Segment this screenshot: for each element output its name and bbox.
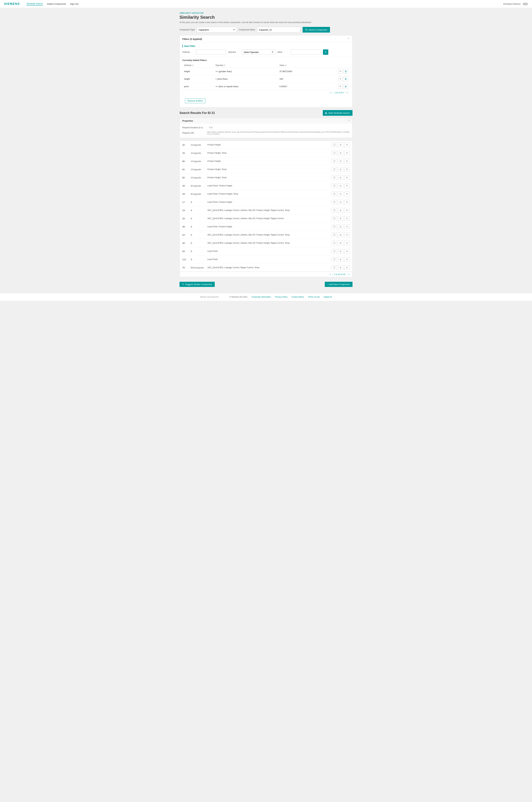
- result-id: 112: [182, 258, 191, 261]
- result-copy-button[interactable]: ⎘: [338, 232, 343, 237]
- result-row: 82 A/Upgrade Product Height, Temp ⓘ ⎘ ✎: [180, 173, 352, 182]
- result-info-button[interactable]: ⓘ: [331, 249, 337, 253]
- attribute-input[interactable]: [196, 50, 226, 55]
- result-copy-button[interactable]: ⎘: [338, 257, 343, 262]
- value-input[interactable]: [291, 50, 321, 55]
- nav-similarity-search[interactable]: Similarity Search: [26, 2, 43, 5]
- result-copy-button[interactable]: ⎘: [338, 159, 343, 164]
- component-name-input[interactable]: [257, 27, 301, 33]
- result-info-button[interactable]: ⓘ: [331, 175, 337, 180]
- filters-page-last[interactable]: »: [347, 92, 348, 94]
- component-type-select[interactable]: Capacitors: [197, 27, 237, 33]
- start-similarity-search-button[interactable]: ▶ Start Similarity Search: [323, 110, 353, 116]
- new-filter-section: New Filter Attribute Operator Select Ope…: [180, 43, 352, 57]
- result-info-button[interactable]: ⓘ: [331, 200, 337, 205]
- results-page-last[interactable]: »: [348, 273, 350, 275]
- page-description: At this point, you can create a new sear…: [179, 21, 353, 23]
- result-copy-button[interactable]: ⎘: [338, 192, 343, 196]
- filters-pagination: « ‹ 1 to 3 of 3 › »: [182, 90, 350, 95]
- results-page-prev[interactable]: ‹: [332, 273, 333, 275]
- result-info-button[interactable]: ⓘ: [331, 257, 337, 262]
- result-copy-button[interactable]: ⎘: [338, 167, 343, 172]
- result-info-button[interactable]: ⓘ: [331, 265, 337, 270]
- result-edit-button[interactable]: ✎: [344, 265, 350, 270]
- footer-dev-label: Mendix development: [200, 296, 218, 298]
- edit-filter-button[interactable]: ✎: [338, 84, 343, 89]
- edit-filter-button[interactable]: ✎: [338, 69, 343, 74]
- result-info-button[interactable]: ⓘ: [331, 159, 337, 164]
- result-copy-button[interactable]: ⎘: [338, 142, 343, 147]
- result-copy-button[interactable]: ⎘: [338, 151, 343, 155]
- result-info-button[interactable]: ⓘ: [331, 167, 337, 172]
- results-page-first[interactable]: «: [330, 273, 331, 275]
- result-edit-button[interactable]: ✎: [344, 151, 350, 155]
- result-edit-button[interactable]: ✎: [344, 241, 350, 245]
- delete-filter-button[interactable]: 🗑: [343, 84, 348, 89]
- result-edit-button[interactable]: ✎: [344, 192, 350, 196]
- footer-link-privacy[interactable]: Privacy Policy: [275, 296, 287, 298]
- result-row: 33 A/Upgrade Product Height, Temp ⓘ ⎘ ✎: [180, 149, 352, 157]
- filters-page-first[interactable]: «: [330, 92, 331, 94]
- result-attributes: Product Height: [207, 144, 331, 146]
- search-component-button[interactable]: Search Component: [303, 27, 330, 33]
- result-copy-button[interactable]: ⎘: [338, 175, 343, 180]
- result-info-button[interactable]: ⓘ: [331, 151, 337, 155]
- result-info-button[interactable]: ⓘ: [331, 208, 337, 213]
- result-copy-button[interactable]: ⎘: [338, 184, 343, 188]
- result-row: 20 B AEC_QUALIFIED, Leakage Current, Lif…: [180, 214, 352, 223]
- result-info-button[interactable]: ⓘ: [331, 216, 337, 221]
- nav-added-components[interactable]: Added Components: [47, 3, 66, 5]
- add-new-component-button[interactable]: + Add New Component: [325, 282, 353, 287]
- result-copy-button[interactable]: ⎘: [338, 241, 343, 245]
- filters-header[interactable]: Filters (3 Applied) ⌃: [180, 35, 352, 43]
- result-edit-button[interactable]: ✎: [344, 167, 350, 172]
- request-url-label: Request URL: [182, 132, 207, 134]
- result-attributes: Lead Finish, Product Height, Temp: [207, 193, 331, 195]
- footer-link-corporate[interactable]: Corporate Information: [251, 296, 271, 298]
- remove-all-filters-button[interactable]: Remove all filters: [185, 98, 205, 103]
- result-copy-button[interactable]: ⎘: [338, 216, 343, 221]
- result-info-button[interactable]: ⓘ: [331, 224, 337, 229]
- result-copy-button[interactable]: ⎘: [338, 208, 343, 213]
- result-copy-button[interactable]: ⎘: [338, 200, 343, 205]
- result-edit-button[interactable]: ✎: [344, 208, 350, 213]
- result-actions: ⓘ ⎘ ✎: [331, 249, 350, 253]
- properties-title: Properties: [182, 119, 193, 122]
- result-edit-button[interactable]: ✎: [344, 216, 350, 221]
- filter-operator: >= (greater than): [214, 68, 278, 75]
- result-info-button[interactable]: ⓘ: [331, 184, 337, 188]
- delete-filter-button[interactable]: 🗑: [343, 76, 348, 81]
- results-page-next[interactable]: ›: [346, 273, 347, 275]
- footer-link-terms[interactable]: Terms of Use: [308, 296, 320, 298]
- result-info-button[interactable]: ⓘ: [331, 142, 337, 147]
- suggest-similar-component-button[interactable]: ✎ Suggest Similar Component: [179, 282, 215, 287]
- footer-link-cookie[interactable]: Cookie Notice: [291, 296, 304, 298]
- filter-operator: < (less than): [214, 75, 278, 83]
- result-copy-button[interactable]: ⎘: [338, 249, 343, 253]
- result-edit-button[interactable]: ✎: [344, 184, 350, 188]
- result-copy-button[interactable]: ⎘: [338, 265, 343, 270]
- result-edit-button[interactable]: ✎: [344, 249, 350, 253]
- filters-page-prev[interactable]: ‹: [332, 92, 333, 94]
- filters-page-next[interactable]: ›: [345, 92, 345, 94]
- similarity-detector-toggle[interactable]: [522, 3, 528, 5]
- result-copy-button[interactable]: ⎘: [338, 224, 343, 229]
- new-filter-row: Attribute Operator Select Operator Value…: [182, 50, 350, 55]
- result-edit-button[interactable]: ✎: [344, 232, 350, 237]
- result-info-button[interactable]: ⓘ: [331, 241, 337, 245]
- result-info-button[interactable]: ⓘ: [331, 192, 337, 196]
- result-edit-button[interactable]: ✎: [344, 159, 350, 164]
- result-edit-button[interactable]: ✎: [344, 224, 350, 229]
- result-edit-button[interactable]: ✎: [344, 175, 350, 180]
- add-filter-button[interactable]: +: [323, 50, 328, 55]
- result-info-button[interactable]: ⓘ: [331, 232, 337, 237]
- nav-sign-out[interactable]: Sign Out: [70, 3, 78, 5]
- delete-filter-button[interactable]: 🗑: [343, 69, 348, 74]
- operator-select[interactable]: Select Operator: [242, 50, 275, 55]
- properties-header[interactable]: Properties ⌃: [180, 118, 352, 124]
- footer-link-digital-id[interactable]: Digital ID: [324, 296, 332, 298]
- result-edit-button[interactable]: ✎: [344, 257, 350, 262]
- result-edit-button[interactable]: ✎: [344, 142, 350, 147]
- edit-filter-button[interactable]: ✎: [338, 76, 343, 81]
- result-edit-button[interactable]: ✎: [344, 200, 350, 205]
